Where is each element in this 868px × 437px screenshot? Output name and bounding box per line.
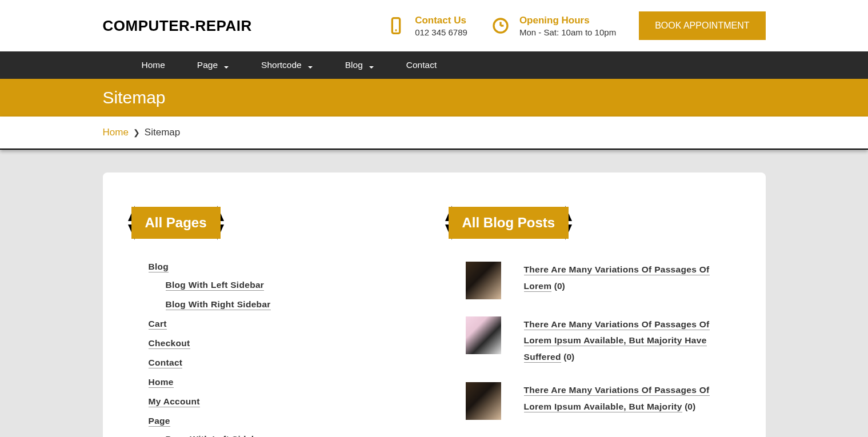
blog-post-item: There Are Many Variations Of Passages Of…: [466, 382, 737, 420]
nav-shortcode[interactable]: Shortcode: [245, 51, 329, 79]
contact-title: Contact Us: [415, 15, 467, 26]
page-title: Sitemap: [103, 88, 766, 107]
blog-post-link[interactable]: There Are Many Variations Of Passages Of…: [524, 264, 710, 292]
chevron-right-icon: ❯: [133, 128, 140, 137]
comment-count: (0): [563, 352, 574, 362]
book-appointment-button[interactable]: BOOK APPOINTMENT: [639, 11, 765, 40]
page-link-blog-right[interactable]: Blog With Right Sidebar: [166, 299, 271, 310]
page-link-home[interactable]: Home: [149, 377, 174, 388]
comment-count: (0): [554, 281, 565, 291]
section-header-posts: All Blog Posts: [449, 207, 569, 239]
chevron-down-icon: [307, 62, 313, 68]
page-link-cart[interactable]: Cart: [149, 319, 167, 330]
blog-post-item: There Are Many Variations Of Passages Of…: [466, 316, 737, 365]
page-link-page[interactable]: Page: [149, 416, 170, 427]
nav-page[interactable]: Page: [181, 51, 245, 79]
all-pages-column: All Pages Blog Blog With Left Sidebar Bl…: [131, 207, 420, 437]
blog-thumbnail[interactable]: [466, 262, 501, 299]
all-posts-column: All Blog Posts There Are Many Variations…: [449, 207, 737, 437]
blog-post-item: There Are Many Variations Of Passages Of…: [466, 262, 737, 299]
page-link-checkout[interactable]: Checkout: [149, 338, 190, 349]
nav-contact[interactable]: Contact: [390, 51, 453, 79]
clock-icon: [490, 15, 511, 36]
chevron-down-icon: [223, 62, 229, 68]
page-link-contact[interactable]: Contact: [149, 358, 183, 368]
header-top: COMPUTER-REPAIR Contact Us 012 345 6789: [0, 0, 868, 51]
contact-detail: 012 345 6789: [415, 27, 467, 37]
hours-title: Opening Hours: [519, 15, 616, 26]
blog-post-link[interactable]: There Are Many Variations Of Passages Of…: [524, 319, 710, 363]
page-title-bar: Sitemap: [0, 79, 868, 117]
content-card: All Pages Blog Blog With Left Sidebar Bl…: [103, 173, 766, 437]
page-link-blog-left[interactable]: Blog With Left Sidebar: [166, 280, 265, 291]
contact-block: Contact Us 012 345 6789: [386, 15, 467, 37]
blog-thumbnail[interactable]: [466, 316, 501, 354]
blog-thumbnail[interactable]: [466, 382, 501, 420]
blog-post-link[interactable]: There Are Many Variations Of Passages Of…: [524, 385, 710, 412]
page-link-account[interactable]: My Account: [149, 396, 200, 407]
hours-block: Opening Hours Mon - Sat: 10am to 10pm: [490, 15, 616, 37]
page-link-blog[interactable]: Blog: [149, 262, 169, 272]
section-title: All Blog Posts: [449, 207, 569, 239]
page-link-page-left[interactable]: Page With Left Sidebar: [166, 434, 266, 437]
breadcrumb-bar: Home ❯ Sitemap: [0, 117, 868, 150]
nav-home[interactable]: Home: [126, 51, 181, 79]
section-header-pages: All Pages: [131, 207, 221, 239]
nav-blog[interactable]: Blog: [329, 51, 390, 79]
comment-count: (0): [685, 402, 695, 412]
main-nav: Home Page Shortcode Blog Contact: [0, 51, 868, 79]
phone-icon: [386, 15, 406, 36]
breadcrumb-home-link[interactable]: Home: [103, 127, 129, 138]
breadcrumb-current: Sitemap: [145, 127, 180, 138]
chevron-down-icon: [369, 62, 374, 68]
section-title: All Pages: [131, 207, 221, 239]
hours-detail: Mon - Sat: 10am to 10pm: [519, 27, 616, 37]
site-logo[interactable]: COMPUTER-REPAIR: [103, 17, 252, 35]
breadcrumb: Home ❯ Sitemap: [103, 127, 766, 138]
